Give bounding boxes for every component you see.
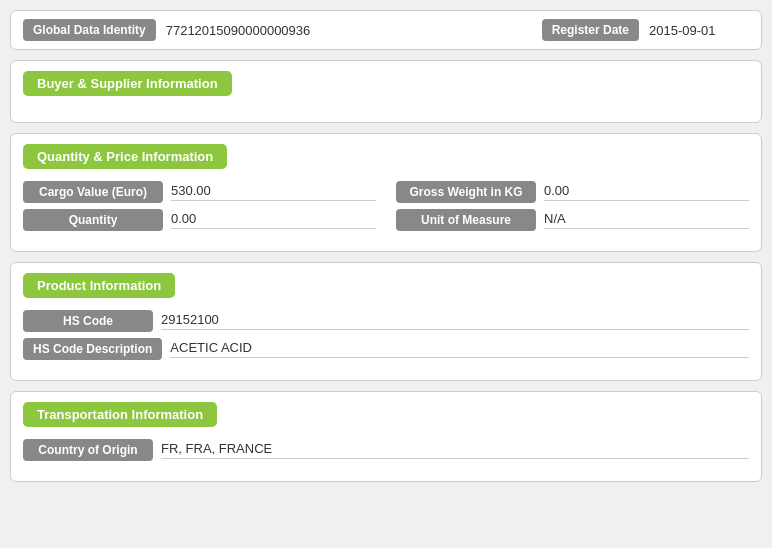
buyer-supplier-header: Buyer & Supplier Information — [23, 71, 232, 96]
product-header: Product Information — [23, 273, 175, 298]
hs-code-row: HS Code 29152100 — [23, 310, 749, 332]
quantity-group: Quantity 0.00 — [23, 209, 376, 231]
buyer-supplier-section: Buyer & Supplier Information — [10, 60, 762, 123]
hs-code-desc-row: HS Code Description ACETIC ACID — [23, 338, 749, 360]
quantity-price-section: Quantity & Price Information Cargo Value… — [10, 133, 762, 252]
cargo-value-group: Cargo Value (Euro) 530.00 — [23, 181, 376, 203]
unit-of-measure-group: Unit of Measure N/A — [396, 209, 749, 231]
gross-weight-label: Gross Weight in KG — [396, 181, 536, 203]
product-section: Product Information HS Code 29152100 HS … — [10, 262, 762, 381]
cargo-value-value: 530.00 — [171, 183, 376, 201]
quantity-label: Quantity — [23, 209, 163, 231]
gross-weight-value: 0.00 — [544, 183, 749, 201]
transportation-header: Transportation Information — [23, 402, 217, 427]
global-data-label: Global Data Identity — [23, 19, 156, 41]
cargo-gross-row: Cargo Value (Euro) 530.00 Gross Weight i… — [23, 181, 749, 203]
quantity-uom-row: Quantity 0.00 Unit of Measure N/A — [23, 209, 749, 231]
cargo-value-label: Cargo Value (Euro) — [23, 181, 163, 203]
top-bar: Global Data Identity 7721201509000000093… — [10, 10, 762, 50]
unit-of-measure-label: Unit of Measure — [396, 209, 536, 231]
hs-code-desc-label: HS Code Description — [23, 338, 162, 360]
country-origin-row: Country of Origin FR, FRA, FRANCE — [23, 439, 749, 461]
quantity-price-header: Quantity & Price Information — [23, 144, 227, 169]
transportation-section: Transportation Information Country of Or… — [10, 391, 762, 482]
country-origin-value: FR, FRA, FRANCE — [161, 441, 749, 459]
gross-weight-group: Gross Weight in KG 0.00 — [396, 181, 749, 203]
page-wrapper: Global Data Identity 7721201509000000093… — [10, 10, 762, 482]
global-data-value: 77212015090000000936 — [166, 23, 522, 38]
register-date-value: 2015-09-01 — [649, 23, 749, 38]
hs-code-label: HS Code — [23, 310, 153, 332]
register-date-label: Register Date — [542, 19, 639, 41]
country-origin-label: Country of Origin — [23, 439, 153, 461]
hs-code-desc-value: ACETIC ACID — [170, 340, 749, 358]
quantity-value: 0.00 — [171, 211, 376, 229]
hs-code-value: 29152100 — [161, 312, 749, 330]
unit-of-measure-value: N/A — [544, 211, 749, 229]
